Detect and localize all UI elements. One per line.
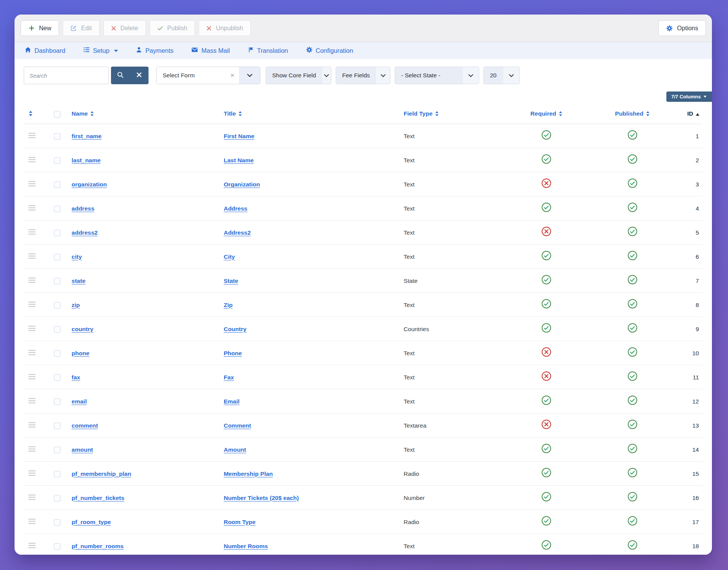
edit-button[interactable]: Edit [63,20,100,36]
row-checkbox[interactable] [54,374,60,381]
drag-handle-icon[interactable] [28,470,36,476]
field-name-link[interactable]: email [72,398,87,405]
field-name-link[interactable]: fax [72,374,80,381]
field-title-link[interactable]: Room Type [224,519,255,525]
field-name-link[interactable]: country [72,326,93,332]
row-checkbox[interactable] [54,157,60,164]
row-checkbox[interactable] [54,326,60,333]
row-checkbox[interactable] [54,254,60,260]
field-title-link[interactable]: City [224,253,235,260]
search-button[interactable] [111,67,130,84]
field-title-link[interactable]: First Name [224,133,254,139]
drag-handle-icon[interactable] [28,133,36,138]
columns-visibility-badge[interactable]: 7/7 Columns [666,91,712,102]
nav-dashboard[interactable]: Dashboard [24,46,65,55]
field-name-link[interactable]: state [72,278,85,284]
published-yes-icon[interactable] [627,304,638,310]
field-title-link[interactable]: Country [224,326,246,332]
delete-button[interactable]: Delete [103,20,146,36]
options-button[interactable]: Options [658,20,706,36]
new-button[interactable]: New [21,20,59,36]
nav-mass-mail[interactable]: Mass Mail [191,46,230,55]
required-no-icon[interactable] [541,352,552,358]
core-field-select[interactable]: Show Core Field [266,67,331,84]
field-name-link[interactable]: pf_membership_plan [72,470,131,477]
row-checkbox[interactable] [54,423,60,429]
required-yes-icon[interactable] [541,159,552,165]
search-input[interactable] [24,67,109,84]
required-yes-icon[interactable] [541,207,552,214]
field-type-column-header[interactable]: Field Type [401,104,503,124]
required-yes-icon[interactable] [541,497,552,503]
published-yes-icon[interactable] [627,328,638,334]
field-title-link[interactable]: Organization [224,181,260,188]
field-name-link[interactable]: pf_number_rooms [72,543,124,549]
row-checkbox[interactable] [54,181,60,188]
required-no-icon[interactable] [541,231,552,238]
field-name-link[interactable]: address [72,205,94,212]
required-yes-icon[interactable] [541,135,552,141]
unpublish-button[interactable]: Unpublish [199,20,251,36]
fee-fields-select[interactable]: Fee Fields [336,67,390,84]
required-yes-icon[interactable] [541,328,552,334]
clear-search-button[interactable] [130,67,149,84]
nav-translation[interactable]: Translation [248,46,288,55]
published-yes-icon[interactable] [627,521,638,527]
id-column-header[interactable]: ID [674,104,703,124]
field-title-link[interactable]: Phone [224,350,242,356]
field-name-link[interactable]: organization [72,181,107,188]
row-checkbox[interactable] [54,519,60,526]
field-name-link[interactable]: zip [72,302,80,308]
published-column-header[interactable]: Published [591,104,674,124]
published-yes-icon[interactable] [627,497,638,503]
published-yes-icon[interactable] [627,183,638,189]
required-yes-icon[interactable] [541,279,552,286]
field-title-link[interactable]: Membership Plan [224,470,273,477]
field-name-link[interactable]: comment [72,422,98,429]
row-checkbox[interactable] [54,133,60,140]
field-title-link[interactable]: Number Rooms [224,543,268,549]
required-yes-icon[interactable] [541,472,552,479]
row-checkbox[interactable] [54,278,60,284]
drag-handle-icon[interactable] [28,205,36,211]
published-yes-icon[interactable] [627,135,638,141]
field-title-link[interactable]: Amount [224,446,246,453]
drag-handle-icon[interactable] [28,350,36,355]
field-title-link[interactable]: Email [224,398,239,405]
required-no-icon[interactable] [541,183,552,189]
form-select[interactable]: Select Form ✕ [156,67,260,84]
drag-handle-icon[interactable] [28,374,36,379]
required-yes-icon[interactable] [541,304,552,310]
drag-handle-icon[interactable] [28,253,36,259]
row-checkbox[interactable] [54,399,60,405]
published-yes-icon[interactable] [627,231,638,238]
row-checkbox[interactable] [54,230,60,236]
drag-handle-icon[interactable] [28,278,36,283]
page-size-select[interactable]: 20 [483,67,520,84]
name-column-header[interactable]: Name [69,104,220,124]
drag-handle-icon[interactable] [28,326,36,331]
published-yes-icon[interactable] [627,279,638,286]
nav-setup[interactable]: Setup [83,46,118,55]
drag-handle-icon[interactable] [28,181,36,186]
ordering-sort-header[interactable] [24,104,51,124]
row-checkbox[interactable] [54,495,60,501]
required-no-icon[interactable] [541,376,552,382]
drag-handle-icon[interactable] [28,229,36,235]
field-name-link[interactable]: last_name [72,157,101,163]
row-checkbox[interactable] [54,543,60,550]
nav-payments[interactable]: Payments [135,46,173,55]
field-title-link[interactable]: Last Name [224,157,253,163]
published-yes-icon[interactable] [627,376,638,382]
field-title-link[interactable]: Address2 [224,229,251,236]
published-yes-icon[interactable] [627,255,638,262]
drag-handle-icon[interactable] [28,398,36,403]
select-all-checkbox[interactable] [54,111,60,118]
clear-form-icon[interactable]: ✕ [230,72,239,78]
required-yes-icon[interactable] [541,545,552,551]
field-title-link[interactable]: Number Tickets (20$ each) [224,495,299,501]
required-yes-icon[interactable] [541,448,552,455]
field-title-link[interactable]: Fax [224,374,234,381]
required-yes-icon[interactable] [541,255,552,262]
drag-handle-icon[interactable] [28,495,36,500]
